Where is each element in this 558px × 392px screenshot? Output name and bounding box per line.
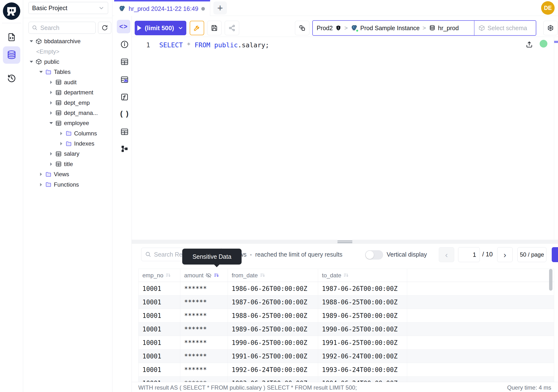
table-cell: 1988-06-25T00:00:00Z bbox=[318, 296, 407, 309]
masked-data-icon[interactable] bbox=[120, 75, 129, 84]
results-table-body: 10001******1986-06-26T00:00:00Z1987-06-2… bbox=[139, 282, 554, 382]
chevron-down-icon[interactable] bbox=[177, 25, 184, 31]
page-size-select[interactable]: 50 / page bbox=[517, 247, 546, 262]
share-button[interactable] bbox=[225, 21, 239, 35]
function-icon[interactable] bbox=[120, 93, 129, 101]
tree-item-views[interactable]: Views bbox=[23, 169, 113, 179]
sort-icon[interactable] bbox=[214, 272, 219, 278]
table-row[interactable]: 10001******1989-06-25T00:00:00Z1990-06-2… bbox=[139, 322, 554, 336]
upload-icon[interactable] bbox=[525, 40, 533, 49]
active-worksheet-tab[interactable]: hr_prod 2024-11-22 16:49 bbox=[114, 0, 210, 16]
format-sql-button[interactable] bbox=[190, 21, 204, 35]
caret-right-icon[interactable] bbox=[49, 152, 53, 156]
code-mode-button[interactable]: <> bbox=[117, 20, 130, 33]
tree-item-dept-emp[interactable]: dept_emp bbox=[23, 97, 113, 108]
table-row[interactable]: 10001******1987-06-26T00:00:00Z1988-06-2… bbox=[139, 296, 554, 309]
column-label: to_date bbox=[322, 272, 341, 279]
run-query-button[interactable]: (limit 500) bbox=[135, 21, 186, 35]
tree-item-salary[interactable]: salary bbox=[23, 149, 113, 159]
tree-item--empty-[interactable]: <Empty> bbox=[23, 46, 113, 56]
sort-icon[interactable] bbox=[260, 272, 265, 278]
history-nav-button[interactable] bbox=[3, 70, 20, 87]
divider bbox=[23, 18, 113, 18]
batch-query-button[interactable] bbox=[295, 21, 309, 35]
caret-right-icon[interactable] bbox=[49, 111, 53, 115]
tree-item-department[interactable]: department bbox=[23, 87, 113, 97]
save-button[interactable] bbox=[207, 21, 222, 35]
connection-breadcrumb[interactable]: Prod2 > Prod Sample Instance > hr_prod S… bbox=[312, 20, 536, 36]
tree-item-columns[interactable]: Columns bbox=[23, 128, 113, 139]
table-row[interactable]: 10001******1993-06-24T00:00:00Z1994-06-2… bbox=[139, 376, 554, 382]
shield-icon bbox=[335, 25, 341, 31]
table-row[interactable]: 10001******1991-06-25T00:00:00Z1992-06-2… bbox=[139, 349, 554, 363]
sql-editor-pane[interactable]: 1 SELECT * FROM public.salary; bbox=[132, 37, 558, 240]
postgresql-icon bbox=[351, 24, 358, 32]
panel-splitter-handle[interactable] bbox=[132, 240, 558, 244]
tree-item-functions[interactable]: Functions bbox=[23, 179, 113, 190]
schema-diagram-icon[interactable] bbox=[120, 144, 129, 153]
tree-search-box[interactable] bbox=[28, 22, 96, 34]
tree-item-dept-mana-[interactable]: dept_mana... bbox=[23, 108, 113, 118]
prev-page-button[interactable]: ‹ bbox=[439, 247, 454, 262]
vertical-display-toggle[interactable] bbox=[365, 250, 383, 260]
caret-down-icon[interactable] bbox=[39, 71, 43, 73]
batch-query-icon bbox=[298, 24, 306, 32]
caret-right-icon[interactable] bbox=[39, 183, 43, 186]
column-header-amount[interactable]: amount bbox=[180, 269, 228, 282]
table-cell: 1994-06-24T00:00:00Z bbox=[318, 376, 407, 382]
folder-icon bbox=[45, 181, 52, 188]
refresh-button[interactable] bbox=[98, 22, 111, 34]
caret-down-icon[interactable] bbox=[29, 61, 33, 63]
bytebase-logo[interactable] bbox=[3, 2, 20, 20]
table-row[interactable]: 10001******1992-06-24T00:00:00Z1993-06-2… bbox=[139, 363, 554, 376]
tree-item-audit[interactable]: audit bbox=[23, 77, 113, 87]
avatar[interactable]: DE bbox=[541, 1, 555, 15]
worksheet-nav-button[interactable] bbox=[3, 28, 20, 46]
sort-icon[interactable] bbox=[343, 272, 349, 278]
ai-assistant-button[interactable] bbox=[543, 21, 558, 35]
caret-right-icon[interactable] bbox=[49, 101, 53, 105]
caret-right-icon[interactable] bbox=[49, 162, 53, 166]
tree-search-input[interactable] bbox=[40, 24, 88, 31]
new-tab-button[interactable]: + bbox=[213, 1, 227, 15]
table-cell bbox=[407, 349, 554, 363]
column-header-from_date[interactable]: from_date bbox=[228, 269, 318, 282]
database-nav-button[interactable] bbox=[3, 46, 20, 64]
table-row[interactable]: 10001******1988-06-25T00:00:00Z1989-06-2… bbox=[139, 309, 554, 322]
caret-down-icon[interactable] bbox=[49, 122, 53, 124]
info-icon[interactable] bbox=[120, 40, 129, 49]
caret-down-icon[interactable] bbox=[29, 40, 33, 42]
table-cell: 1989-06-25T00:00:00Z bbox=[318, 309, 407, 322]
table-list-icon[interactable] bbox=[120, 127, 129, 136]
caret-right-icon[interactable] bbox=[39, 173, 43, 176]
column-header-to_date[interactable]: to_date bbox=[318, 269, 407, 282]
tree-item-indexes[interactable]: Indexes bbox=[23, 139, 113, 149]
tree-item-title[interactable]: title bbox=[23, 159, 113, 169]
table-panel-icon[interactable] bbox=[120, 57, 129, 66]
next-page-button[interactable]: › bbox=[497, 247, 513, 262]
table-row[interactable]: 10001******1986-06-26T00:00:00Z1987-06-2… bbox=[139, 282, 554, 296]
parameters-icon[interactable]: ( ) bbox=[120, 110, 129, 118]
editor-scrollbar[interactable] bbox=[554, 37, 554, 240]
query-time-label: Query time: 4 ms bbox=[507, 384, 551, 391]
results-table[interactable]: emp_noamountfrom_dateto_date 10001******… bbox=[138, 269, 554, 382]
page-number-input[interactable] bbox=[458, 247, 480, 262]
table-row[interactable]: 10001******1990-06-25T00:00:00Z1991-06-2… bbox=[139, 336, 554, 349]
caret-right-icon[interactable] bbox=[49, 91, 53, 94]
schema-selector[interactable]: Select schema bbox=[474, 21, 536, 35]
project-selector[interactable]: Basic Project bbox=[28, 2, 108, 14]
tree-item-public[interactable]: public bbox=[23, 57, 113, 67]
export-button[interactable] bbox=[552, 247, 558, 262]
column-header-emp_no[interactable]: emp_no bbox=[139, 269, 180, 282]
results-scrollbar[interactable] bbox=[549, 269, 552, 291]
eye-off-icon[interactable] bbox=[205, 272, 212, 279]
caret-right-icon[interactable] bbox=[49, 81, 53, 84]
connection-path[interactable]: Prod2 > Prod Sample Instance > hr_prod bbox=[313, 21, 474, 35]
caret-right-icon[interactable] bbox=[59, 142, 63, 145]
tree-item-bbdataarchive[interactable]: bbdataarchive bbox=[23, 36, 113, 46]
tree-item-employee[interactable]: employee bbox=[23, 118, 113, 128]
sort-icon[interactable] bbox=[165, 272, 171, 278]
caret-right-icon[interactable] bbox=[59, 132, 63, 135]
tree-item-tables[interactable]: Tables bbox=[23, 67, 113, 77]
database-icon bbox=[6, 50, 17, 61]
